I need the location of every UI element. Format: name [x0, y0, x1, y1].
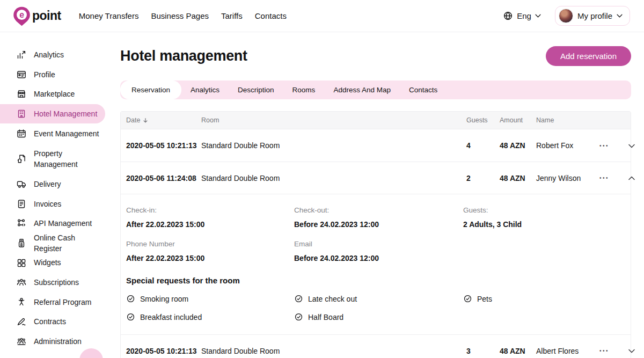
row-expand-button[interactable]: [625, 345, 638, 357]
special-request-label: Half Board: [308, 313, 343, 322]
cell-name: Albert Flores: [536, 347, 599, 355]
nav-link-tariffs[interactable]: Tariffs: [221, 11, 243, 20]
check-circle-icon: [294, 294, 303, 303]
detail-label: Guests:: [463, 206, 625, 214]
sidebar-item-label: Hotel Management: [34, 108, 97, 119]
sidebar-item-label: Event Management: [34, 128, 99, 139]
check-circle-icon: [126, 294, 135, 303]
special-request-smoking-room: Smoking room: [126, 294, 294, 303]
check-circle-icon: [126, 312, 135, 322]
sidebar-item-analytics[interactable]: Analytics: [0, 45, 105, 65]
column-header-date[interactable]: Date: [126, 116, 201, 124]
sidebar-item-online-cash-register[interactable]: Online Cash Register: [0, 233, 105, 253]
cell-room: Standard Double Room: [201, 347, 466, 355]
calendar-icon: [16, 128, 27, 139]
cell-amount: 48 AZN: [500, 141, 536, 150]
chevron-down-icon: [535, 14, 541, 18]
profile-menu[interactable]: My profile: [555, 6, 630, 26]
nav-link-business-pages[interactable]: Business Pages: [151, 11, 209, 20]
avatar: [559, 9, 573, 23]
top-bar: e point Money TransfersBusiness PagesTar…: [0, 0, 644, 32]
language-selector[interactable]: Eng: [503, 11, 541, 21]
row-more-button[interactable]: •••: [599, 173, 625, 183]
detail-label: Phone Number: [126, 240, 294, 248]
api-icon: [16, 218, 27, 229]
detail-field-check-in: Check-in: After 22.02.2023 15:00: [126, 206, 294, 229]
special-request-label: Smoking room: [140, 295, 188, 303]
sidebar-item-subscriptions[interactable]: Subscriptions: [0, 273, 105, 293]
row-more-button[interactable]: •••: [599, 346, 625, 356]
cell-date: 2020-05-05 10:21:13: [126, 347, 201, 355]
sidebar-item-marketplace[interactable]: Marketplace: [0, 84, 105, 104]
row-expand-button[interactable]: [625, 172, 638, 184]
special-request-late-check-out: Late check out: [294, 294, 463, 303]
cell-guests: 3: [466, 347, 500, 355]
language-label: Eng: [517, 11, 531, 20]
profile-icon: [16, 69, 27, 80]
table-row[interactable]: 2020-05-05 10:21:13 Standard Double Room…: [121, 129, 631, 162]
sidebar-item-event-management[interactable]: Event Management: [0, 123, 105, 143]
row-more-button[interactable]: •••: [599, 141, 625, 151]
property-icon: [16, 154, 27, 164]
invoices-icon: [16, 199, 27, 209]
add-reservation-button[interactable]: Add reservation: [546, 46, 631, 66]
sidebar-item-label: Delivery: [34, 179, 61, 189]
sidebar-item-profile[interactable]: Profile: [0, 65, 105, 85]
tab-analytics[interactable]: Analytics: [181, 81, 229, 99]
column-header-guests: Guests: [466, 116, 500, 124]
special-request-label: Late check out: [308, 295, 357, 303]
sidebar: Analytics Profile Marketplace Hotel Mana…: [0, 32, 120, 358]
column-header-room: Room: [201, 116, 466, 124]
nav-link-money-transfers[interactable]: Money Transfers: [79, 11, 139, 20]
check-circle-icon: [463, 294, 472, 303]
reservations-table: DateRoomGuestsAmountName 2020-05-05 10:2…: [120, 111, 631, 358]
cell-name: Jenny Wilson: [536, 174, 599, 182]
cash-register-icon: [16, 238, 27, 249]
sidebar-item-label: API Management: [34, 218, 92, 229]
tab-reservation[interactable]: Reservation: [120, 81, 181, 99]
sidebar-item-label: Subscriptions: [34, 277, 79, 288]
sidebar-item-contracts[interactable]: Contracts: [0, 312, 105, 332]
row-expand-button[interactable]: [625, 140, 638, 152]
cell-guests: 2: [466, 174, 500, 182]
sidebar-item-hotel-management[interactable]: Hotel Management: [0, 104, 105, 124]
widgets-icon: [16, 258, 27, 268]
check-circle-icon: [294, 312, 303, 322]
tab-description[interactable]: Description: [229, 81, 283, 99]
tab-contacts[interactable]: Contacts: [400, 81, 447, 99]
contracts-icon: [16, 316, 27, 327]
detail-label: Email: [294, 240, 463, 248]
analytics-icon: [16, 49, 27, 60]
sidebar-item-label: Administration: [34, 336, 82, 347]
brand-logo[interactable]: e point: [13, 6, 61, 26]
tab-address-and-map[interactable]: Address And Map: [324, 81, 400, 99]
special-request-breakfast-included: Breakfast included: [126, 312, 294, 322]
sidebar-item-label: Referral Program: [34, 297, 91, 308]
cell-date: 2020-05-05 10:21:13: [126, 141, 201, 150]
detail-value: After 22.02.2023 15:00: [126, 220, 294, 229]
detail-field-guests: Guests: 2 Adults, 3 Child: [463, 206, 625, 229]
hotel-icon: [16, 108, 27, 119]
detail-field-check-out: Check-out: Before 24.02.2023 12:00: [294, 206, 463, 229]
sidebar-item-delivery[interactable]: Delivery: [0, 174, 105, 194]
sidebar-item-label: Invoices: [34, 199, 61, 209]
sidebar-item-label: Property Management: [34, 148, 94, 170]
tab-bar: ReservationAnalyticsDescriptionRoomsAddr…: [120, 81, 631, 99]
cell-room: Standard Double Room: [201, 141, 466, 150]
sidebar-item-property-management[interactable]: Property Management: [0, 143, 105, 174]
sidebar-item-invoices[interactable]: Invoices: [0, 194, 105, 214]
nav-link-contacts[interactable]: Contacts: [255, 11, 287, 20]
sidebar-item-api-management[interactable]: API Management: [0, 214, 105, 233]
column-header-amount: Amount: [500, 116, 536, 124]
tab-rooms[interactable]: Rooms: [283, 81, 325, 99]
brand-pin-icon: e: [13, 6, 31, 26]
sidebar-item-widgets[interactable]: Widgets: [0, 253, 105, 273]
sidebar-item-label: Marketplace: [34, 89, 75, 99]
table-row[interactable]: 2020-05-05 10:21:13 Standard Double Room…: [121, 334, 631, 358]
table-row[interactable]: 2020-05-06 11:24:08 Standard Double Room…: [121, 162, 631, 194]
cell-name: Robert Fox: [536, 141, 599, 150]
detail-field-phone-number: Phone Number After 22.02.2023 15:00: [126, 240, 294, 262]
detail-value: 2 Adults, 3 Child: [463, 220, 625, 229]
subscriptions-icon: [16, 277, 27, 288]
sidebar-item-referral-program[interactable]: Referral Program: [0, 293, 105, 312]
